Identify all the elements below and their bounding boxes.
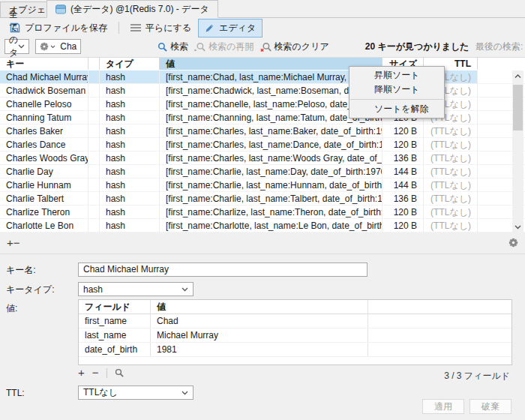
cell-key: Charlie Day bbox=[0, 165, 88, 178]
menu-item-sort-descending[interactable]: 降順ソート bbox=[350, 82, 444, 97]
cell-key: Chadwick Boseman bbox=[0, 84, 88, 98]
apply-button[interactable]: 適用 bbox=[422, 399, 464, 414]
remove-key-button[interactable]: − bbox=[14, 238, 20, 248]
hash-field-row[interactable]: last_nameMichael Murray bbox=[79, 328, 512, 343]
column-header-key[interactable]: キー bbox=[0, 58, 88, 70]
hash-field-row[interactable]: first_nameChad bbox=[79, 314, 512, 328]
table-row[interactable]: Charlie Talberthash[first_name:Charlie, … bbox=[0, 192, 525, 206]
table-body: Chad Michael Murrayhash[first_name:Chad,… bbox=[0, 70, 525, 232]
cell-ttl: (TTLなし) bbox=[424, 152, 478, 165]
cell-gap bbox=[88, 152, 100, 165]
key-type-value: hash bbox=[83, 284, 103, 295]
find-field-icon[interactable] bbox=[115, 368, 124, 377]
table-row[interactable]: Charlie Hunnamhash[first_name:Charlie, l… bbox=[0, 178, 525, 192]
table-row[interactable]: Charlotte Le Bonhash[first_name:Charlott… bbox=[0, 219, 525, 232]
cell-type: hash bbox=[100, 84, 160, 98]
table-settings-gear-icon[interactable] bbox=[508, 238, 518, 248]
filter-bar: 全てのタイプ Cha 検索 検索の再開 検索のクリア 20 キーが見つかりました… bbox=[0, 38, 525, 56]
tab-bar: オブジェクト (全データ) @1(Redis 7.0) - データ bbox=[0, 0, 525, 18]
table-row[interactable]: Channing Tatumhash[first_name:Channing, … bbox=[0, 111, 525, 124]
menu-item-sort-ascending[interactable]: 昇順ソート bbox=[350, 68, 444, 82]
cell-key: Charlotte Le Bon bbox=[0, 219, 88, 232]
resume-search-label: 検索の再開 bbox=[208, 40, 254, 53]
search-button[interactable]: 検索 bbox=[158, 40, 188, 53]
cell-type: hash bbox=[100, 124, 160, 138]
column-header-gap[interactable] bbox=[88, 58, 100, 70]
value-column-header[interactable]: 値 bbox=[151, 300, 368, 314]
add-field-button[interactable]: + bbox=[78, 368, 85, 378]
tab-data-label: (全データ) @1(Redis 7.0) - データ bbox=[70, 3, 209, 16]
tab-data[interactable]: (全データ) @1(Redis 7.0) - データ bbox=[46, 0, 218, 18]
search-options-gear-icon[interactable] bbox=[40, 42, 49, 51]
clear-search-button[interactable]: 検索のクリア bbox=[260, 40, 329, 53]
value-label: 値: bbox=[6, 302, 17, 315]
toolbar-separator bbox=[118, 22, 119, 34]
cell-gap bbox=[88, 84, 100, 98]
key-name-label: キー名: bbox=[6, 264, 36, 277]
cell-type: hash bbox=[100, 98, 160, 111]
chevron-down-icon bbox=[182, 287, 188, 292]
cell-value: [first_name:Charlie, last_name:Hunnam, d… bbox=[160, 178, 382, 192]
editor-label: エディタ bbox=[219, 22, 256, 34]
clear-search-label: 検索のクリア bbox=[274, 40, 329, 53]
database-icon bbox=[56, 4, 66, 14]
flatten-button[interactable]: 平らにする bbox=[124, 19, 198, 38]
vertical-scrollbar[interactable] bbox=[512, 70, 524, 232]
cell-key: Charlie Hunnam bbox=[0, 178, 88, 192]
cell-key: Charles Dance bbox=[0, 138, 88, 152]
column-header-type[interactable]: タイプ bbox=[100, 58, 160, 70]
hash-field-row[interactable]: date_of_birth1981 bbox=[79, 343, 512, 357]
cell-gap bbox=[88, 98, 100, 111]
table-row[interactable]: Chad Michael Murrayhash[first_name:Chad,… bbox=[0, 70, 525, 84]
keys-found-status: 20 キーが見つかりました bbox=[365, 40, 470, 53]
cell-type: hash bbox=[100, 111, 160, 124]
cell-size: 136 B bbox=[382, 192, 424, 206]
hash-fields-table: フィールド 値 first_nameChadlast_nameMichael M… bbox=[78, 299, 512, 365]
table-row[interactable]: Charlize Theronhash[first_name:Charlize,… bbox=[0, 206, 525, 219]
hash-fields-header: フィールド 値 bbox=[79, 300, 512, 314]
search-input[interactable]: Cha bbox=[35, 39, 81, 54]
save-profile-label: プロファイルを保存 bbox=[25, 22, 107, 34]
type-filter-select[interactable]: 全てのタイプ bbox=[4, 39, 29, 54]
cell-type: hash bbox=[100, 206, 160, 219]
cell-type: hash bbox=[100, 138, 160, 152]
cell-type: hash bbox=[100, 165, 160, 178]
add-key-button[interactable]: + bbox=[7, 238, 14, 248]
cell-gap bbox=[88, 219, 100, 232]
field-column-header[interactable]: フィールド bbox=[79, 300, 151, 314]
cell-key: Charles Woods Gray bbox=[0, 152, 88, 165]
table-row[interactable]: Charles Dancehash[first_name:Charles, la… bbox=[0, 138, 525, 152]
cell-ttl: (TTLなし) bbox=[424, 165, 478, 178]
ttl-label: TTL: bbox=[6, 388, 25, 398]
table-row[interactable]: Charlie Dayhash[first_name:Charlie, last… bbox=[0, 165, 525, 178]
cell-value: [first_name:Charlize, last_name:Theron, … bbox=[160, 206, 382, 219]
scroll-down-icon[interactable] bbox=[512, 221, 524, 232]
table-row[interactable]: Chanelle Pelosohash[first_name:Chanelle,… bbox=[0, 98, 525, 111]
cell-type: hash bbox=[100, 70, 160, 84]
hash-field-value: 1981 bbox=[151, 343, 368, 356]
flatten-label: 平らにする bbox=[146, 22, 191, 34]
cell-size: 120 B bbox=[382, 124, 424, 138]
sort-context-menu: 昇順ソート 降順ソート ソートを解除 bbox=[349, 66, 445, 118]
key-type-select[interactable]: hash bbox=[78, 282, 194, 296]
cell-ttl: (TTLなし) bbox=[424, 178, 478, 192]
ttl-select[interactable]: TTLなし bbox=[78, 386, 194, 400]
chevron-down-icon bbox=[50, 45, 56, 49]
cell-gap bbox=[88, 138, 100, 152]
key-name-input[interactable]: Chad Michael Murray bbox=[78, 262, 368, 277]
hash-field-name: last_name bbox=[79, 328, 151, 342]
discard-button[interactable]: 破棄 bbox=[470, 399, 512, 414]
menu-item-clear-sort[interactable]: ソートを解除 bbox=[350, 102, 444, 116]
remove-field-button[interactable]: − bbox=[92, 368, 99, 378]
cell-type: hash bbox=[100, 178, 160, 192]
save-profile-button[interactable]: プロファイルを保存 bbox=[3, 19, 114, 38]
flatten-icon bbox=[130, 23, 141, 32]
editor-toggle-button[interactable]: エディタ bbox=[198, 19, 262, 38]
table-row[interactable]: Charles Bakerhash[first_name:Charles, la… bbox=[0, 124, 525, 138]
cell-ttl: (TTLなし) bbox=[424, 124, 478, 138]
scroll-up-icon[interactable] bbox=[512, 70, 524, 82]
cell-size: 136 B bbox=[382, 152, 424, 165]
table-row[interactable]: Chadwick Bosemanhash[first_name:Chadwick… bbox=[0, 84, 525, 98]
scrollbar-thumb[interactable] bbox=[513, 85, 523, 130]
table-row[interactable]: Charles Woods Grayhash[first_name:Charle… bbox=[0, 152, 525, 165]
